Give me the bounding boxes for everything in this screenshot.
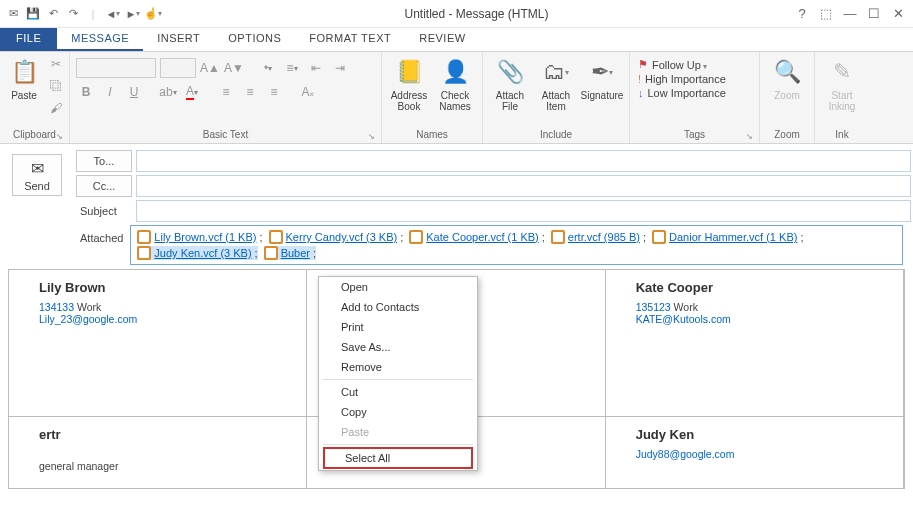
contact-card: Kate Cooper135123 WorkKATE@Kutools.com: [605, 269, 904, 417]
tab-format-text[interactable]: FORMAT TEXT: [295, 28, 405, 51]
group-clipboard: Clipboard↘: [6, 129, 63, 141]
to-button[interactable]: To...: [76, 150, 132, 172]
contact-email[interactable]: Judy88@google.com: [636, 448, 883, 460]
qat-undo-icon[interactable]: ↶: [44, 5, 62, 23]
attachment-link[interactable]: Danior Hammer.vcf (1 KB): [669, 231, 797, 243]
help-icon[interactable]: ?: [791, 4, 813, 24]
qat-prev-icon[interactable]: ◄: [104, 5, 122, 23]
qat-save-icon[interactable]: 💾: [24, 5, 42, 23]
contact-card: ertrgeneral manager: [8, 416, 307, 489]
attachment-item[interactable]: Kerry Candy.vcf (3 KB);: [269, 230, 404, 244]
check-names-button[interactable]: 👤 Check Names: [434, 54, 476, 114]
attachment-link[interactable]: Judy Ken.vcf (3 KB): [154, 247, 251, 259]
bullets-icon[interactable]: •: [258, 58, 278, 78]
ctx-save-as[interactable]: Save As...: [319, 337, 477, 357]
group-tags: Tags↘: [636, 129, 753, 141]
attachment-item[interactable]: Kate Cooper.vcf (1 KB);: [409, 230, 545, 244]
attachment-link[interactable]: Kerry Candy.vcf (3 KB): [286, 231, 398, 243]
attachment-item[interactable]: Lily Brown.vcf (1 KB);: [137, 230, 262, 244]
address-book-icon: 📒: [393, 56, 425, 88]
subject-field[interactable]: [136, 200, 911, 222]
paste-button[interactable]: 📋 Paste: [6, 54, 42, 103]
ctx-cut[interactable]: Cut: [319, 382, 477, 402]
window-title: Untitled - Message (HTML): [162, 7, 791, 21]
low-importance-icon: ↓: [638, 87, 644, 99]
contact-name: Kate Cooper: [636, 280, 883, 295]
vcf-icon: [652, 230, 666, 244]
attachment-link[interactable]: Buber: [281, 247, 310, 259]
qat-touch-icon[interactable]: ☝: [144, 5, 162, 23]
contact-name: Lily Brown: [39, 280, 286, 295]
ctx-print[interactable]: Print: [319, 317, 477, 337]
ctx-copy[interactable]: Copy: [319, 402, 477, 422]
align-left-icon[interactable]: ≡: [216, 82, 236, 102]
to-field[interactable]: [136, 150, 911, 172]
font-family-select[interactable]: [76, 58, 156, 78]
tab-message[interactable]: MESSAGE: [57, 28, 143, 51]
attachment-item[interactable]: ertr.vcf (985 B);: [551, 230, 646, 244]
ink-icon: ✎: [826, 56, 858, 88]
highlight-icon[interactable]: ab: [158, 82, 178, 102]
shrink-font-icon[interactable]: A▼: [224, 58, 244, 78]
zoom-button[interactable]: 🔍 Zoom: [766, 54, 808, 103]
contact-email[interactable]: KATE@Kutools.com: [636, 313, 883, 325]
font-size-select[interactable]: [160, 58, 196, 78]
bold-icon[interactable]: B: [76, 82, 96, 102]
cut-icon[interactable]: ✂: [46, 54, 66, 74]
italic-icon[interactable]: I: [100, 82, 120, 102]
tab-review[interactable]: REVIEW: [405, 28, 479, 51]
maximize-icon[interactable]: ☐: [863, 4, 885, 24]
subject-label: Subject: [76, 200, 132, 222]
align-right-icon[interactable]: ≡: [264, 82, 284, 102]
attachment-link[interactable]: Kate Cooper.vcf (1 KB): [426, 231, 539, 243]
tab-options[interactable]: OPTIONS: [214, 28, 295, 51]
vcf-icon: [137, 246, 151, 260]
attachment-item[interactable]: Danior Hammer.vcf (1 KB);: [652, 230, 803, 244]
tab-insert[interactable]: INSERT: [143, 28, 214, 51]
ctx-select-all[interactable]: Select All: [323, 447, 473, 469]
attachment-link[interactable]: Lily Brown.vcf (1 KB): [154, 231, 256, 243]
high-importance-button[interactable]: !High Importance: [638, 73, 726, 85]
attachments-box[interactable]: Lily Brown.vcf (1 KB);Kerry Candy.vcf (3…: [130, 225, 903, 265]
copy-icon[interactable]: ⿻: [46, 76, 66, 96]
cc-field[interactable]: [136, 175, 911, 197]
tags-launcher-icon[interactable]: ↘: [746, 132, 753, 141]
underline-icon[interactable]: U: [124, 82, 144, 102]
signature-button[interactable]: ✒ Signature: [581, 54, 623, 103]
qat-redo-icon[interactable]: ↷: [64, 5, 82, 23]
qat-sep: |: [84, 5, 102, 23]
follow-up-button[interactable]: ⚑Follow Up: [638, 58, 707, 71]
ctx-add-to-contacts[interactable]: Add to Contacts: [319, 297, 477, 317]
numbering-icon[interactable]: ≡: [282, 58, 302, 78]
clear-format-icon[interactable]: Aₓ: [298, 82, 318, 102]
ctx-open[interactable]: Open: [319, 277, 477, 297]
low-importance-button[interactable]: ↓Low Importance: [638, 87, 726, 99]
attach-file-button[interactable]: 📎 Attach File: [489, 54, 531, 114]
address-book-button[interactable]: 📒 Address Book: [388, 54, 430, 114]
cc-button[interactable]: Cc...: [76, 175, 132, 197]
send-button[interactable]: ✉ Send: [12, 154, 62, 196]
attachment-link[interactable]: ertr.vcf (985 B): [568, 231, 640, 243]
ctx-remove[interactable]: Remove: [319, 357, 477, 377]
font-color-icon[interactable]: A: [182, 82, 202, 102]
tab-file[interactable]: FILE: [0, 28, 57, 51]
group-zoom: Zoom: [766, 129, 808, 141]
format-painter-icon[interactable]: 🖌: [46, 98, 66, 118]
contact-email[interactable]: Lily_23@google.com: [39, 313, 286, 325]
start-inking-button[interactable]: ✎ Start Inking: [821, 54, 863, 114]
indent-icon[interactable]: ⇥: [330, 58, 350, 78]
outdent-icon[interactable]: ⇤: [306, 58, 326, 78]
attachment-item[interactable]: Judy Ken.vcf (3 KB);: [137, 246, 257, 260]
close-icon[interactable]: ✕: [887, 4, 909, 24]
minimize-icon[interactable]: —: [839, 4, 861, 24]
attach-item-button[interactable]: 🗂 Attach Item: [535, 54, 577, 114]
ribbon-toggle-icon[interactable]: ⬚: [815, 4, 837, 24]
zoom-icon: 🔍: [771, 56, 803, 88]
align-center-icon[interactable]: ≡: [240, 82, 260, 102]
grow-font-icon[interactable]: A▲: [200, 58, 220, 78]
qat-next-icon[interactable]: ►: [124, 5, 142, 23]
attachment-item[interactable]: Buber;: [264, 246, 316, 260]
basictext-launcher-icon[interactable]: ↘: [368, 132, 375, 141]
flag-icon: ⚑: [638, 58, 648, 71]
clipboard-launcher-icon[interactable]: ↘: [56, 132, 63, 141]
